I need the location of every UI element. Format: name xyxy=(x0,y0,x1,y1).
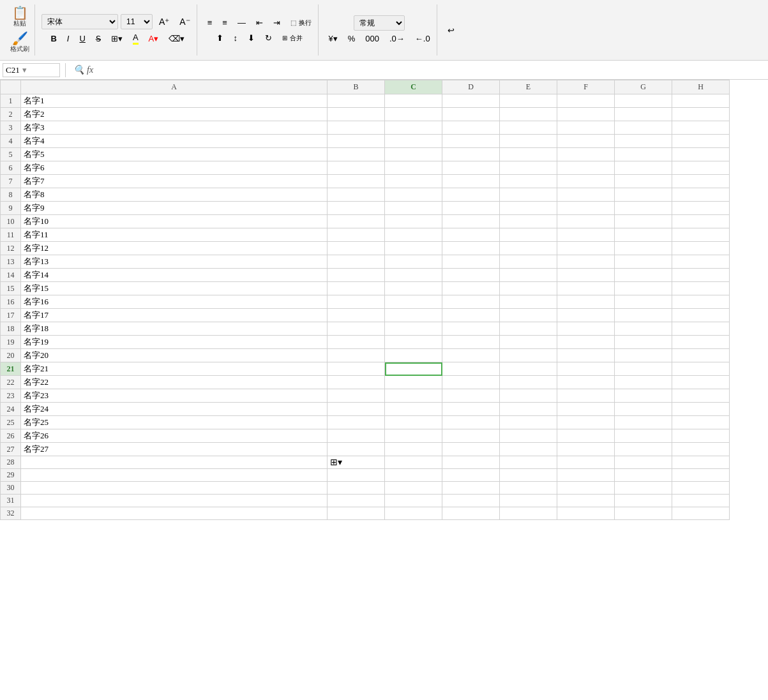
cell-g29[interactable] xyxy=(615,469,672,482)
cell-g10[interactable] xyxy=(615,215,672,228)
cell-h25[interactable] xyxy=(672,416,730,429)
cell-f12[interactable] xyxy=(557,242,615,255)
row-header-26[interactable]: 26 xyxy=(1,429,21,443)
col-header-g[interactable]: G xyxy=(615,80,672,94)
cell-h27[interactable] xyxy=(672,443,730,456)
cell-f18[interactable] xyxy=(557,322,615,336)
bold-button[interactable]: B xyxy=(47,32,60,45)
row-header-2[interactable]: 2 xyxy=(1,108,21,121)
cell-g27[interactable] xyxy=(615,443,672,456)
cell-d31[interactable] xyxy=(442,495,500,507)
merge-button[interactable]: ⊞ 合并 xyxy=(278,31,306,45)
decimal-increase-button[interactable]: .0→ xyxy=(386,32,409,45)
cell-e24[interactable] xyxy=(500,403,557,416)
cell-f26[interactable] xyxy=(557,429,615,443)
cell-e19[interactable] xyxy=(500,336,557,349)
cell-c24[interactable] xyxy=(385,403,442,416)
cell-h10[interactable] xyxy=(672,215,730,228)
cell-c22[interactable] xyxy=(385,376,442,389)
cell-c14[interactable] xyxy=(385,269,442,282)
cell-g9[interactable] xyxy=(615,202,672,215)
cell-h1[interactable] xyxy=(672,94,730,108)
cell-e2[interactable] xyxy=(500,108,557,121)
cell-c32[interactable] xyxy=(385,507,442,520)
cell-g32[interactable] xyxy=(615,507,672,520)
cell-g24[interactable] xyxy=(615,403,672,416)
cell-h28[interactable] xyxy=(672,456,730,469)
cell-e21[interactable] xyxy=(500,362,557,376)
row-header-5[interactable]: 5 xyxy=(1,148,21,161)
cell-e27[interactable] xyxy=(500,443,557,456)
col-header-f[interactable]: F xyxy=(557,80,615,94)
cell-a8[interactable]: 名字8 xyxy=(21,188,328,202)
cell-h17[interactable] xyxy=(672,309,730,322)
cell-c26[interactable] xyxy=(385,429,442,443)
cell-a31[interactable] xyxy=(21,495,328,507)
cell-g26[interactable] xyxy=(615,429,672,443)
cell-a32[interactable] xyxy=(21,507,328,520)
row-header-32[interactable]: 32 xyxy=(1,507,21,520)
cell-g3[interactable] xyxy=(615,121,672,135)
font-grow-button[interactable]: A⁺ xyxy=(155,15,173,29)
cell-g1[interactable] xyxy=(615,94,672,108)
row-header-23[interactable]: 23 xyxy=(1,389,21,403)
cell-d14[interactable] xyxy=(442,269,500,282)
cell-a7[interactable]: 名字7 xyxy=(21,175,328,188)
cell-h15[interactable] xyxy=(672,282,730,295)
cell-f2[interactable] xyxy=(557,108,615,121)
cell-e7[interactable] xyxy=(500,175,557,188)
row-header-7[interactable]: 7 xyxy=(1,175,21,188)
cell-d15[interactable] xyxy=(442,282,500,295)
strikethrough-button[interactable]: S̶ xyxy=(92,32,105,45)
font-family-select[interactable]: 宋体 Arial 微软雅黑 xyxy=(41,14,118,29)
cell-h22[interactable] xyxy=(672,376,730,389)
col-header-c[interactable]: C xyxy=(385,80,442,94)
cell-f32[interactable] xyxy=(557,507,615,520)
cell-f20[interactable] xyxy=(557,349,615,362)
cell-a6[interactable]: 名字6 xyxy=(21,161,328,175)
cell-e29[interactable] xyxy=(500,469,557,482)
cell-c12[interactable] xyxy=(385,242,442,255)
cell-c16[interactable] xyxy=(385,295,442,309)
cell-a10[interactable]: 名字10 xyxy=(21,215,328,228)
cell-b30[interactable] xyxy=(328,482,385,495)
row-header-12[interactable]: 12 xyxy=(1,242,21,255)
align-left-button[interactable]: ≡ xyxy=(204,16,216,29)
cell-e1[interactable] xyxy=(500,94,557,108)
cell-reference-box[interactable]: C21 ▾ xyxy=(3,63,60,77)
cell-g11[interactable] xyxy=(615,228,672,242)
col-header-a[interactable]: A xyxy=(21,80,328,94)
cell-h29[interactable] xyxy=(672,469,730,482)
rotate-button[interactable]: ↻ xyxy=(261,31,276,45)
cell-b23[interactable] xyxy=(328,389,385,403)
row-header-10[interactable]: 10 xyxy=(1,215,21,228)
row-header-31[interactable]: 31 xyxy=(1,495,21,507)
row-header-11[interactable]: 11 xyxy=(1,228,21,242)
cell-a4[interactable]: 名字4 xyxy=(21,135,328,148)
cell-c1[interactable] xyxy=(385,94,442,108)
cell-a27[interactable]: 名字27 xyxy=(21,443,328,456)
cell-f23[interactable] xyxy=(557,389,615,403)
cell-c18[interactable] xyxy=(385,322,442,336)
cell-c13[interactable] xyxy=(385,255,442,269)
cell-g31[interactable] xyxy=(615,495,672,507)
cell-h18[interactable] xyxy=(672,322,730,336)
cell-b22[interactable] xyxy=(328,376,385,389)
cell-h30[interactable] xyxy=(672,482,730,495)
cell-g13[interactable] xyxy=(615,255,672,269)
cell-f15[interactable] xyxy=(557,282,615,295)
cell-h8[interactable] xyxy=(672,188,730,202)
cell-a13[interactable]: 名字13 xyxy=(21,255,328,269)
cell-b13[interactable] xyxy=(328,255,385,269)
cell-e8[interactable] xyxy=(500,188,557,202)
cell-h32[interactable] xyxy=(672,507,730,520)
cell-d12[interactable] xyxy=(442,242,500,255)
cell-c28[interactable] xyxy=(385,456,442,469)
cell-d19[interactable] xyxy=(442,336,500,349)
thousands-button[interactable]: 000 xyxy=(361,32,383,45)
cell-a9[interactable]: 名字9 xyxy=(21,202,328,215)
cell-e10[interactable] xyxy=(500,215,557,228)
cell-d16[interactable] xyxy=(442,295,500,309)
cell-g16[interactable] xyxy=(615,295,672,309)
font-shrink-button[interactable]: A⁻ xyxy=(176,15,193,29)
